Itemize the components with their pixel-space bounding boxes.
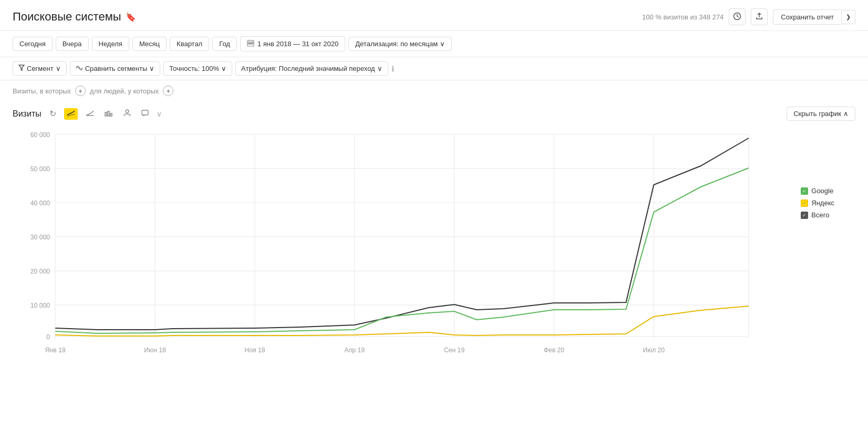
- svg-rect-11: [105, 112, 107, 116]
- legend-total-color: ✓: [801, 212, 808, 219]
- chevron-down-icon: ❯: [846, 14, 851, 20]
- visits-info: 100 % визитов из 348 274: [642, 13, 724, 21]
- svg-text:Июн 18: Июн 18: [144, 346, 166, 354]
- clock-button[interactable]: [729, 8, 746, 25]
- chart-legend: ✓ Google ✓ Яндекс ✓ Всего: [801, 187, 834, 219]
- add-people-condition[interactable]: +: [163, 86, 173, 96]
- save-report-dropdown[interactable]: ❯: [841, 10, 855, 24]
- segment-label: Сегмент: [27, 65, 54, 72]
- info-icon[interactable]: ℹ: [391, 65, 394, 73]
- checkmark-icon: ✓: [802, 201, 807, 206]
- svg-text:0: 0: [46, 333, 50, 341]
- svg-text:Ноя 18: Ноя 18: [244, 346, 265, 354]
- filter-bar: Сегмент ∨ Сравнить сегменты ∨ Точность: …: [0, 57, 868, 80]
- chart-area: 60 000 50 000 40 000 30 000 20 000 10 00…: [0, 124, 868, 376]
- chart-svg: 60 000 50 000 40 000 30 000 20 000 10 00…: [13, 124, 855, 365]
- svg-rect-15: [142, 110, 148, 115]
- legend-yandex-color: ✓: [801, 200, 808, 207]
- export-icon: [755, 12, 763, 22]
- period-quarter[interactable]: Квартал: [170, 37, 209, 51]
- attribution-button[interactable]: Атрибуция: Последний значимый переход ∨: [235, 61, 388, 76]
- save-report-button[interactable]: Сохранить отчет: [773, 9, 841, 25]
- page-header: Поисковые системы 🔖 100 % визитов из 348…: [0, 0, 868, 31]
- clock-icon: [733, 12, 741, 22]
- compare-chevron: ∨: [149, 65, 154, 72]
- chart-container: 60 000 50 000 40 000 30 000 20 000 10 00…: [13, 124, 855, 365]
- svg-text:60 000: 60 000: [30, 131, 50, 139]
- person-chart-button[interactable]: [121, 108, 133, 120]
- svg-marker-9: [19, 65, 24, 70]
- legend-total[interactable]: ✓ Всего: [801, 211, 834, 219]
- chevron-down-icon: ∨: [440, 40, 445, 48]
- legend-google-label: Google: [811, 187, 833, 195]
- svg-text:Сен 19: Сен 19: [444, 346, 464, 354]
- hide-chart-button[interactable]: Скрыть график ∧: [787, 107, 855, 121]
- chart-title: Визиты: [13, 109, 42, 119]
- plus-icon: +: [78, 87, 82, 95]
- checkmark-icon: ✓: [802, 188, 807, 194]
- page-title: Поисковые системы: [13, 10, 121, 24]
- add-visit-condition[interactable]: +: [75, 86, 86, 96]
- accuracy-label: Точность: 100%: [169, 65, 219, 72]
- hide-chart-chevron: ∧: [843, 110, 849, 118]
- svg-rect-13: [110, 113, 112, 116]
- legend-yandex[interactable]: ✓ Яндекс: [801, 199, 834, 207]
- filter-icon: [18, 65, 25, 72]
- period-toolbar: Сегодня Вчера Неделя Месяц Квартал Год 1…: [0, 31, 868, 57]
- svg-rect-6: [249, 43, 250, 44]
- svg-rect-7: [250, 43, 251, 44]
- svg-point-14: [126, 110, 129, 113]
- legend-yandex-label: Яндекс: [811, 199, 834, 207]
- svg-rect-8: [252, 43, 253, 44]
- legend-google-color: ✓: [801, 187, 808, 195]
- refresh-chart-button[interactable]: ↻: [47, 108, 59, 120]
- period-year[interactable]: Год: [212, 37, 237, 51]
- period-month[interactable]: Месяц: [132, 37, 167, 51]
- bookmark-icon[interactable]: 🔖: [126, 12, 136, 22]
- area-chart-button[interactable]: [83, 108, 97, 120]
- svg-text:Июл 20: Июл 20: [643, 346, 665, 354]
- accuracy-chevron: ∨: [221, 65, 226, 72]
- svg-text:50 000: 50 000: [30, 165, 50, 173]
- hide-chart-label: Скрыть график: [793, 110, 841, 118]
- calendar-icon: [247, 39, 254, 48]
- segment-button[interactable]: Сегмент ∨: [13, 61, 67, 76]
- compare-label: Сравнить сегменты: [85, 65, 148, 72]
- detail-button[interactable]: Детализация: по месяцам ∨: [348, 37, 452, 51]
- chart-title-row: Визиты ↻: [13, 108, 162, 120]
- visits-text: Визиты, в которых: [13, 87, 71, 95]
- more-icon[interactable]: ∨: [157, 110, 162, 118]
- segment-chevron: ∨: [56, 65, 61, 72]
- svg-text:20 000: 20 000: [30, 268, 50, 275]
- compare-segments-button[interactable]: Сравнить сегменты ∨: [70, 61, 161, 76]
- svg-text:10 000: 10 000: [30, 302, 50, 309]
- comment-chart-button[interactable]: [139, 108, 151, 120]
- header-right: 100 % визитов из 348 274 Сохранить отчет: [642, 8, 855, 25]
- svg-text:40 000: 40 000: [30, 200, 50, 207]
- attribution-chevron: ∨: [377, 65, 383, 72]
- period-today[interactable]: Сегодня: [13, 37, 53, 51]
- accuracy-button[interactable]: Точность: 100% ∨: [163, 61, 232, 76]
- header-left: Поисковые системы 🔖: [13, 10, 136, 24]
- svg-text:30 000: 30 000: [30, 234, 50, 241]
- bar-chart-button[interactable]: [102, 108, 116, 120]
- plus-icon: +: [166, 87, 170, 95]
- period-yesterday[interactable]: Вчера: [56, 37, 89, 51]
- chart-header: Визиты ↻: [0, 101, 868, 124]
- svg-rect-12: [108, 111, 109, 116]
- date-range-label: 1 янв 2018 — 31 окт 2020: [257, 40, 338, 48]
- compare-icon: [76, 65, 83, 72]
- detail-label: Детализация: по месяцам: [355, 40, 438, 48]
- segment-row: Визиты, в которых + для людей, у которых…: [0, 80, 868, 101]
- legend-google[interactable]: ✓ Google: [801, 187, 834, 195]
- for-people-text: для людей, у которых: [90, 87, 159, 95]
- export-button[interactable]: [751, 8, 768, 25]
- legend-total-label: Всего: [811, 211, 829, 219]
- svg-text:Янв 18: Янв 18: [45, 346, 66, 354]
- period-week[interactable]: Неделя: [92, 37, 129, 51]
- checkmark-icon: ✓: [802, 213, 807, 218]
- save-report-btn-group: Сохранить отчет ❯: [773, 9, 855, 25]
- attribution-label: Атрибуция: Последний значимый переход: [241, 65, 375, 72]
- date-range-picker[interactable]: 1 янв 2018 — 31 окт 2020: [240, 36, 345, 51]
- line-chart-button[interactable]: [64, 108, 78, 120]
